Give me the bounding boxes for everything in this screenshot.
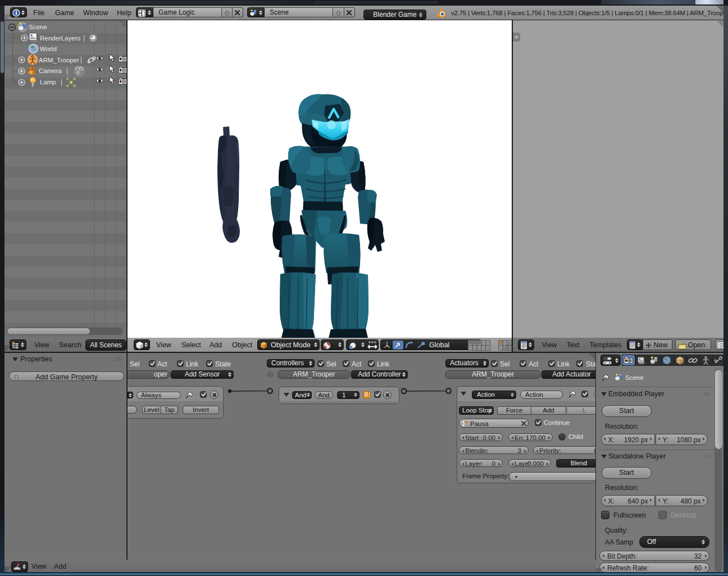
svg-text:2: 2 — [718, 345, 720, 348]
